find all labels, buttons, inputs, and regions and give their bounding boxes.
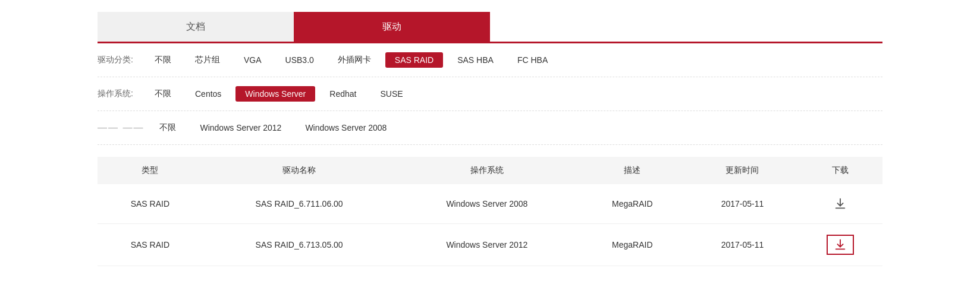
filter-os-items: 不限 Centos Windows Server Redhat SUSE (145, 86, 417, 102)
filter-ver-2012[interactable]: Windows Server 2012 (190, 120, 291, 135)
col-date: 更新时间 (686, 157, 798, 184)
filter-ver-all[interactable]: 不限 (150, 119, 186, 136)
filter-os-all[interactable]: 不限 (145, 86, 181, 102)
cell-date: 2017-05-11 (686, 184, 798, 224)
cell-desc: MegaRAID (578, 184, 686, 224)
table-header-row: 类型 驱动名称 操作系统 描述 更新时间 下载 (98, 157, 882, 184)
filter-cat-all[interactable]: 不限 (145, 52, 181, 68)
page-container: 文档 驱动 驱动分类: 不限 芯片组 VGA USB3.0 外插网卡 SAS R… (74, 0, 906, 290)
cell-name: SAS RAID_6.713.05.00 (203, 224, 396, 266)
drivers-table: 类型 驱动名称 操作系统 描述 更新时间 下载 SAS RAIDSAS RAID… (98, 157, 882, 266)
cell-os: Windows Server 2008 (396, 184, 579, 224)
cell-type: SAS RAID (98, 224, 203, 266)
filter-version-items: 不限 Windows Server 2012 Windows Server 20… (150, 119, 401, 136)
download-icon (834, 238, 847, 251)
col-desc: 描述 (578, 157, 686, 184)
download-button[interactable] (829, 195, 852, 213)
table-row: SAS RAIDSAS RAID_6.711.06.00Windows Serv… (98, 184, 882, 224)
filter-cat-sasraid[interactable]: SAS RAID (385, 52, 443, 68)
filter-category-label: 驱动分类: (98, 55, 145, 65)
filter-row-category: 驱动分类: 不限 芯片组 VGA USB3.0 外插网卡 SAS RAID SA… (98, 43, 882, 77)
tab-row: 文档 驱动 (98, 12, 882, 42)
tab-drivers[interactable]: 驱动 (294, 12, 490, 42)
filter-ver-2008[interactable]: Windows Server 2008 (296, 120, 396, 135)
cell-download (798, 184, 882, 224)
filter-os-label: 操作系统: (98, 89, 145, 99)
filter-cat-fchba[interactable]: FC HBA (508, 52, 557, 68)
col-type: 类型 (98, 157, 203, 184)
cell-os: Windows Server 2012 (396, 224, 579, 266)
tab-docs[interactable]: 文档 (98, 12, 294, 42)
col-download: 下载 (798, 157, 882, 184)
download-icon (834, 197, 847, 210)
filter-os-suse[interactable]: SUSE (370, 86, 412, 102)
col-name: 驱动名称 (203, 157, 396, 184)
filter-section: 驱动分类: 不限 芯片组 VGA USB3.0 外插网卡 SAS RAID SA… (98, 43, 882, 145)
filter-row-version: —— —— 不限 Windows Server 2012 Windows Ser… (98, 111, 882, 144)
filter-category-items: 不限 芯片组 VGA USB3.0 外插网卡 SAS RAID SAS HBA … (145, 52, 562, 68)
filter-os-windows[interactable]: Windows Server (235, 86, 315, 102)
cell-date: 2017-05-11 (686, 224, 798, 266)
filter-row-os: 操作系统: 不限 Centos Windows Server Redhat SU… (98, 77, 882, 111)
cell-name: SAS RAID_6.711.06.00 (203, 184, 396, 224)
filter-cat-sashba[interactable]: SAS HBA (448, 52, 503, 68)
col-os: 操作系统 (396, 157, 579, 184)
cell-desc: MegaRAID (578, 224, 686, 266)
filter-os-redhat[interactable]: Redhat (320, 86, 366, 102)
filter-cat-vga[interactable]: VGA (234, 52, 271, 68)
filter-os-centos[interactable]: Centos (186, 86, 231, 102)
table-row: SAS RAIDSAS RAID_6.713.05.00Windows Serv… (98, 224, 882, 266)
filter-cat-usb3[interactable]: USB3.0 (276, 52, 323, 68)
cell-type: SAS RAID (98, 184, 203, 224)
cell-download (798, 224, 882, 266)
download-button[interactable] (827, 235, 854, 255)
filter-cat-nic[interactable]: 外插网卡 (328, 52, 381, 68)
filter-cat-chipset[interactable]: 芯片组 (186, 52, 230, 68)
filter-version-dash: —— —— (98, 122, 150, 133)
